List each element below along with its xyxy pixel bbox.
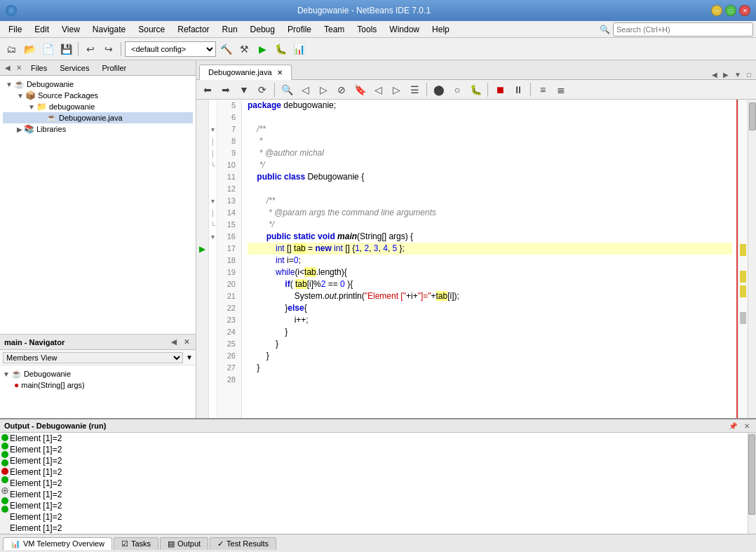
menu-view[interactable]: View: [56, 23, 86, 36]
nav-class-node[interactable]: ▼ ☕ Debugowanie: [3, 368, 193, 379]
clean-build-button[interactable]: ⚒: [236, 41, 252, 58]
menu-team[interactable]: Team: [318, 23, 350, 36]
output-line-8: Element [1]=2: [10, 511, 748, 523]
output-scrollbar[interactable]: [748, 433, 756, 534]
debug-button[interactable]: 🐛: [272, 41, 289, 58]
menu-profile[interactable]: Profile: [282, 23, 317, 36]
et-findprev-button[interactable]: ◁: [297, 81, 313, 98]
et-find2-button[interactable]: ⊘: [333, 81, 350, 98]
scroll-right-button[interactable]: ▶: [721, 70, 731, 79]
output-pin-button[interactable]: 📌: [727, 422, 739, 431]
et-bp-button[interactable]: ⬤: [431, 81, 447, 98]
panel-pin-button[interactable]: ◀: [3, 63, 13, 72]
panel-close-button[interactable]: ✕: [14, 63, 24, 72]
et-sep3: [487, 83, 488, 97]
editor-tab-debugowanie[interactable]: Debugowanie.java ✕: [199, 65, 292, 80]
nav-method-label: main(String[] args): [21, 381, 84, 389]
run-button[interactable]: ▶: [254, 41, 271, 58]
menu-help[interactable]: Help: [426, 23, 455, 36]
et-format2-button[interactable]: ≣: [553, 81, 569, 98]
tab-vm-telemetry[interactable]: 📊 VM Telemetry Overview: [3, 537, 112, 550]
sep-1: [78, 42, 79, 56]
nav-pin-button[interactable]: ◀: [169, 337, 179, 346]
tab-tasks[interactable]: ☑ Tasks: [114, 537, 158, 550]
nav-method-node[interactable]: ● main(String[] args): [3, 379, 193, 391]
editor-tab-close[interactable]: ✕: [277, 69, 283, 76]
et-format-button[interactable]: ≡: [534, 81, 551, 98]
rg-8: [738, 135, 748, 147]
et-bookmarknext-button[interactable]: ▷: [388, 81, 405, 98]
save-all-button[interactable]: 💾: [58, 41, 74, 58]
et-back-button[interactable]: ⬅: [199, 81, 216, 98]
menu-edit[interactable]: Edit: [29, 23, 55, 36]
close-button[interactable]: ✕: [739, 5, 750, 16]
menu-source[interactable]: Source: [133, 23, 170, 36]
bp-line-26: [196, 350, 208, 362]
output-header: Output - Debugowanie (run) 📌 ✕: [0, 419, 756, 433]
fold-16[interactable]: ▼: [209, 231, 217, 243]
menu-refactor[interactable]: Refactor: [172, 23, 215, 36]
profile-button[interactable]: 📊: [290, 41, 307, 58]
package-node[interactable]: ▼ 📁 debugowanie: [3, 101, 193, 112]
build-button[interactable]: 🔨: [217, 41, 234, 58]
et-debug-button[interactable]: 🐛: [467, 81, 484, 98]
minimize-button[interactable]: ─: [711, 5, 722, 16]
tab-test-results[interactable]: ✓ Test Results: [210, 537, 276, 550]
et-tasks-button[interactable]: ☰: [406, 81, 423, 98]
et-bookmarkprev-button[interactable]: ◁: [370, 81, 386, 98]
line-numbers: 5 6 7 8 9 10 11 12 13 14 15 16 17 18 19 …: [217, 100, 242, 418]
menu-file[interactable]: File: [3, 23, 27, 36]
et-forward-button[interactable]: ➡: [217, 81, 234, 98]
tab-menu-button[interactable]: ▼: [732, 70, 743, 79]
et-bp2-button[interactable]: ○: [449, 81, 466, 98]
menu-window[interactable]: Window: [384, 23, 425, 36]
new-project-button[interactable]: 🗂: [3, 41, 20, 58]
nav-close-button[interactable]: ✕: [182, 337, 191, 346]
config-select[interactable]: <default config>: [125, 41, 216, 57]
output-close-button[interactable]: ✕: [742, 422, 752, 431]
undo-button[interactable]: ↩: [82, 41, 99, 58]
code-content[interactable]: package debugowanie; /** * * @author mic…: [242, 100, 738, 418]
fold-13[interactable]: ▼: [209, 195, 217, 207]
bp-line-20: [196, 278, 208, 290]
fold-12: [209, 183, 217, 195]
et-stop-button[interactable]: ⏹: [492, 81, 508, 98]
profiler-tab[interactable]: Profiler: [96, 62, 132, 74]
output-scrollbar-thumb[interactable]: [748, 434, 755, 515]
source-packages-node[interactable]: ▼ 📦 Source Packages: [3, 90, 193, 101]
scrollbar-thumb[interactable]: [749, 102, 756, 130]
et-find-button[interactable]: 🔍: [278, 81, 295, 98]
code-line-6: [248, 112, 732, 123]
open-file-button[interactable]: 📄: [39, 41, 56, 58]
libraries-node[interactable]: ▶ 📚 Libraries: [3, 123, 193, 135]
files-tab[interactable]: Files: [25, 62, 53, 74]
code-editor: ▶ ▼ │ │ └: [196, 100, 756, 418]
menu-debug[interactable]: Debug: [245, 23, 281, 36]
redo-button[interactable]: ↪: [100, 41, 117, 58]
code-line-21: System.out.println("Element ["+i+"]="+ta…: [248, 290, 732, 302]
members-view-select[interactable]: Members View: [3, 352, 183, 363]
et-history-button[interactable]: ▼: [236, 81, 252, 98]
et-pause-button[interactable]: ⏸: [510, 81, 527, 98]
et-bookmarks-button[interactable]: 🔖: [351, 81, 368, 98]
menu-tools[interactable]: Tools: [351, 23, 382, 36]
run-icon-2: [1, 443, 8, 450]
navigator-title: main - Navigator: [4, 338, 65, 346]
java-file-node[interactable]: ▶ ☕ Debugowanie.java: [3, 112, 193, 123]
scroll-left-button[interactable]: ◀: [710, 70, 720, 79]
search-bar[interactable]: [613, 22, 753, 36]
et-findnext-button[interactable]: ▷: [315, 81, 332, 98]
menu-navigate[interactable]: Navigate: [87, 23, 131, 36]
fold-7[interactable]: ▼: [209, 123, 217, 135]
menu-run[interactable]: Run: [217, 23, 243, 36]
editor-scrollbar[interactable]: [748, 100, 756, 418]
maximize-editor-button[interactable]: □: [745, 70, 753, 79]
open-project-button[interactable]: 📂: [21, 41, 38, 58]
project-node[interactable]: ▼ ☕ Debugowanie: [3, 79, 193, 90]
tab-output[interactable]: ▤ Output: [160, 537, 208, 550]
services-tab[interactable]: Services: [54, 62, 95, 74]
maximize-button[interactable]: □: [725, 5, 736, 16]
et-toggle-button[interactable]: ⟳: [254, 81, 271, 98]
search-input[interactable]: [616, 25, 750, 34]
source-packages-icon: 📦: [25, 90, 36, 100]
